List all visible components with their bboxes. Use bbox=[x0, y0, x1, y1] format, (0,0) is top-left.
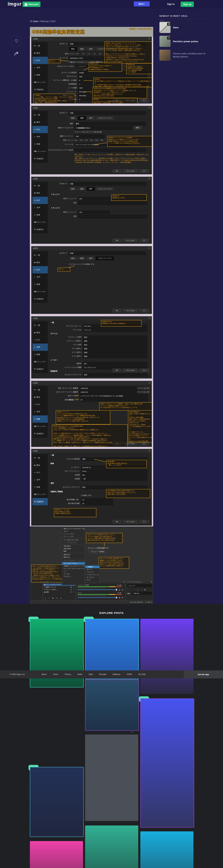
encoder-select[interactable]: QuickSync H.264 bbox=[69, 56, 106, 60]
gear-icon[interactable]: ⚙ bbox=[122, 588, 123, 591]
nav-item-stream[interactable]: ◉ 配信 bbox=[32, 394, 48, 401]
nav-item-audio[interactable]: ♬ 音声 bbox=[32, 476, 48, 484]
menu-item-rename[interactable]: 名前を変更 bbox=[62, 547, 85, 550]
tab-stream[interactable]: 配信 bbox=[69, 256, 77, 260]
recording-format-select[interactable]: mp4 bbox=[74, 134, 105, 138]
menu-item-paste-dup[interactable]: 貼り付け (複製) bbox=[62, 535, 85, 538]
no-space-filename-checkbox[interactable]: ☐ スペースなしのファイル名を生成 bbox=[74, 130, 102, 133]
visibility-lock-icons[interactable]: ⊘ □ bbox=[70, 591, 74, 593]
tab-stream[interactable]: 配信 bbox=[69, 187, 77, 191]
nav-item-hotkeys[interactable]: ⌨ ホットキー bbox=[32, 358, 48, 365]
nav-item-advanced[interactable]: ⚒ 詳細設定 bbox=[32, 155, 48, 162]
volume-slider[interactable] bbox=[77, 597, 117, 598]
nav-item-audio[interactable]: ♬ 音声 bbox=[32, 344, 48, 351]
new-post-button[interactable]: +New post bbox=[23, 2, 40, 7]
audio-bitrate-select[interactable]: 160 bbox=[78, 211, 110, 214]
menu-item-copy[interactable]: コピー bbox=[62, 530, 85, 533]
nav-item-output[interactable]: ⇥ 出力 bbox=[32, 336, 48, 344]
decay-rate-select[interactable]: 速い bbox=[83, 362, 147, 365]
favorite-button[interactable]: ♡ bbox=[11, 36, 22, 46]
close-icon[interactable]: ✕ bbox=[149, 177, 150, 181]
submenu-item-lanczos[interactable]: ランチョス bbox=[85, 576, 99, 579]
reconnect-enable-checkbox[interactable]: ☑ 有効にする bbox=[81, 494, 91, 497]
tab-recording[interactable]: 録画 bbox=[77, 187, 86, 191]
tab-audio[interactable]: 音声 bbox=[87, 47, 95, 51]
menu-item-group[interactable]: 選択したアイテムのグループ化 bbox=[62, 527, 85, 530]
footer-link-emerald[interactable]: Emerald bbox=[99, 673, 106, 675]
output-mode-select[interactable]: 詳細 bbox=[69, 182, 146, 186]
nav-item-general[interactable]: ⚙ 一般 bbox=[32, 322, 48, 329]
tab-audio[interactable]: 音声 bbox=[87, 256, 95, 260]
nav-item-video[interactable]: ▢ 映像 bbox=[32, 211, 48, 219]
explore-post-tile[interactable] bbox=[140, 831, 193, 868]
nav-item-video[interactable]: ▢ 映像 bbox=[32, 71, 48, 79]
transition-select[interactable]: フェード bbox=[127, 584, 152, 587]
source-item-image[interactable]: ◪ 画像⊘ □ bbox=[43, 591, 75, 593]
sign-in-link[interactable]: Sign in bbox=[167, 3, 174, 5]
sources-toolbar[interactable]: ＋ − ⚙ ∧ ∨ bbox=[44, 597, 63, 599]
menu-item-paste-filters[interactable]: フィルタを貼り付け bbox=[62, 541, 85, 544]
explore-post-tile[interactable] bbox=[85, 680, 139, 731]
nav-item-audio[interactable]: ♬ 音声 bbox=[32, 133, 48, 141]
ok-button[interactable]: OK bbox=[113, 239, 122, 242]
explore-post-tile[interactable] bbox=[85, 826, 138, 868]
apply-button[interactable]: 適用 bbox=[139, 239, 149, 242]
duration-input[interactable]: 300 ms bbox=[132, 592, 152, 595]
muted-speaker-icon[interactable]: 🔇 bbox=[119, 596, 121, 599]
close-icon[interactable]: ✕ bbox=[149, 316, 150, 320]
tab-replay-buffer[interactable]: リプレイバッファ bbox=[95, 187, 114, 191]
tab-stream[interactable]: 配信 bbox=[69, 47, 77, 51]
mic-audio-select[interactable]: 既定 bbox=[83, 343, 147, 347]
enable-preview-button[interactable]: プレビュー有効化 bbox=[89, 550, 107, 554]
footer-link-rules[interactable]: Rules bbox=[77, 673, 82, 675]
nav-item-output[interactable]: ⇥ 出力 bbox=[32, 469, 48, 476]
color-range-select[interactable]: 一部 bbox=[81, 477, 147, 481]
desktop-audio-select[interactable]: 既定 bbox=[83, 336, 147, 339]
footer-link-ccpa[interactable]: CCPA bbox=[127, 673, 132, 675]
tab-recording[interactable]: 録画 bbox=[77, 116, 86, 120]
post-title[interactable]: Perchta's power pulses bbox=[173, 40, 212, 43]
nav-item-output[interactable]: ⇥ 出力 bbox=[32, 57, 48, 64]
close-icon[interactable]: ✕ bbox=[149, 106, 150, 110]
tab-recording[interactable]: 録画 bbox=[77, 47, 86, 51]
nav-item-stream[interactable]: ◉ 配信 bbox=[32, 189, 48, 197]
desktop-audio2-select[interactable]: 無効 bbox=[83, 339, 147, 343]
footer-link-about[interactable]: About bbox=[42, 673, 47, 675]
nav-item-audio[interactable]: ♬ 音声 bbox=[32, 273, 48, 281]
explore-post-tile[interactable] bbox=[30, 841, 83, 868]
post-title[interactable]: Flavors with a healthy dose of Monty Pyt… bbox=[173, 52, 212, 58]
cancel-button[interactable]: キャンセル bbox=[123, 169, 138, 173]
footer-link-terms[interactable]: Terms bbox=[53, 673, 58, 675]
nav-item-output[interactable]: ⇥ 出力 bbox=[32, 197, 48, 204]
nav-item-stream[interactable]: ◉ 配信 bbox=[32, 329, 48, 336]
color-format-select[interactable]: NV12 bbox=[81, 470, 147, 473]
footer-link-privacy[interactable]: Privacy bbox=[65, 673, 71, 675]
get-the-app-button[interactable]: Get the App bbox=[184, 671, 223, 678]
explore-post-tile[interactable] bbox=[85, 735, 138, 821]
nav-item-hotkeys[interactable]: ⌨ ホットキー bbox=[32, 423, 48, 430]
nav-item-output[interactable]: ⇥ 出力 bbox=[32, 401, 48, 408]
cancel-button[interactable]: キャンセル bbox=[123, 520, 138, 524]
nav-item-hotkeys[interactable]: ⌨ ホットキー bbox=[32, 219, 48, 226]
speaker-icon[interactable]: 🔉 bbox=[119, 588, 121, 591]
menu-item-paste-ref[interactable]: 貼り付け (参照) bbox=[62, 533, 85, 535]
imgur-logo[interactable]: imgur bbox=[8, 1, 22, 7]
nav-item-video[interactable]: ▢ 映像 bbox=[32, 141, 48, 148]
visibility-lock-icons[interactable]: ◉ □ bbox=[70, 586, 74, 588]
menu-item-interact[interactable]: 対話 bbox=[62, 570, 85, 572]
submenu-item-bilinear[interactable]: バイリニア bbox=[85, 571, 99, 574]
nav-item-advanced[interactable]: ⚒ 詳細設定 bbox=[32, 498, 48, 505]
output-resolution-select[interactable]: 1280x720 bbox=[79, 391, 137, 394]
nav-item-video[interactable]: ▢ 映像 bbox=[32, 415, 48, 423]
menu-item-delete[interactable]: 削除 bbox=[62, 550, 85, 553]
track-name-input[interactable] bbox=[78, 215, 147, 218]
apply-button[interactable]: 適用 bbox=[139, 169, 149, 173]
menu-item-resize-output[interactable]: 出力サイズ変更 (ソースサイズ) bbox=[62, 559, 85, 562]
menu-item-scale-filter[interactable]: スケールフィルタ ▸ bbox=[62, 562, 85, 565]
share-icon[interactable] bbox=[14, 52, 20, 56]
apply-button[interactable]: 適用 bbox=[139, 309, 149, 312]
nav-item-hotkeys[interactable]: ⌨ ホットキー bbox=[32, 491, 48, 498]
nav-item-advanced[interactable]: ⚒ 詳細設定 bbox=[32, 365, 48, 373]
close-icon[interactable]: ✕ bbox=[149, 381, 150, 385]
fps-value-input[interactable]: 24 bbox=[79, 398, 148, 402]
